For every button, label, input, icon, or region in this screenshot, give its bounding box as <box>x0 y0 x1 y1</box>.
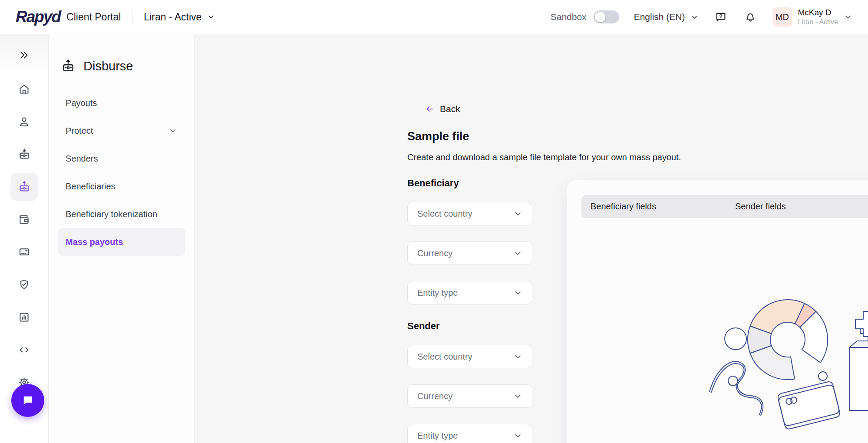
empty-state-illustration <box>696 288 868 436</box>
help-icon: ? <box>714 10 727 23</box>
chevron-down-icon <box>513 352 522 361</box>
rail-item-developers[interactable] <box>10 336 38 364</box>
select-placeholder: Entity type <box>417 431 458 441</box>
sidebar-item-beneficiary-tokenization[interactable]: Beneficiary tokenization <box>58 200 185 228</box>
sidebar-item-label: Beneficiaries <box>66 182 116 192</box>
header-divider <box>132 10 132 24</box>
chat-icon <box>20 393 35 408</box>
bar-chart-icon <box>18 311 30 324</box>
select-placeholder: Select country <box>417 209 472 219</box>
sandbox-control: Sandbox <box>551 10 619 23</box>
language-label: English (EN) <box>634 12 685 22</box>
arrow-left-icon <box>425 104 434 114</box>
disburse-sidebar: Disburse Payouts Protect Senders Benefic… <box>49 34 195 443</box>
expand-sidebar-button[interactable] <box>10 41 38 69</box>
svg-text:?: ? <box>719 13 723 20</box>
rail-item-cards[interactable] <box>10 238 38 266</box>
sidebar-title: Disburse <box>49 59 194 73</box>
column-beneficiary-fields: Beneficiary fields <box>581 202 726 212</box>
chevron-down-icon <box>513 209 522 218</box>
chevron-down-icon <box>844 13 852 21</box>
rail-item-disburse[interactable] <box>10 173 38 201</box>
rail-item-reports[interactable] <box>10 303 38 331</box>
collect-icon <box>18 148 31 161</box>
fields-panel-header: Beneficiary fields Sender fields Payout … <box>581 195 868 218</box>
chevron-down-icon <box>690 13 699 21</box>
fields-panel: Beneficiary fields Sender fields Payout … <box>567 180 868 443</box>
sender-entity-type-select[interactable]: Entity type <box>407 424 532 443</box>
sidebar-title-label: Disburse <box>83 59 133 73</box>
sidebar-item-payouts[interactable]: Payouts <box>58 89 185 117</box>
sample-file-form: Beneficiary Select country Currency Enti… <box>407 178 532 443</box>
select-placeholder: Currency <box>417 248 452 258</box>
app-root: Rapyd Client Portal Liran - Active Sandb… <box>0 0 868 443</box>
sidebar-item-mass-payouts[interactable]: Mass payouts <box>58 228 185 256</box>
sender-currency-select[interactable]: Currency <box>407 384 532 408</box>
language-selector[interactable]: English (EN) <box>634 12 699 22</box>
sidebar-menu: Payouts Protect Senders Beneficiaries Be… <box>49 89 194 256</box>
chevron-down-icon <box>207 13 215 21</box>
sidebar-item-label: Payouts <box>66 98 97 108</box>
user-menu[interactable]: MD McKay D Liran - Active <box>772 7 852 27</box>
sidebar-item-label: Beneficiary tokenization <box>66 209 157 219</box>
sidebar-item-protect[interactable]: Protect <box>58 117 185 145</box>
column-sender-fields: Sender fields <box>726 202 868 212</box>
chevron-down-icon <box>513 249 522 258</box>
sandbox-label: Sandbox <box>551 12 587 22</box>
clients-icon <box>18 116 30 128</box>
user-name: McKay D <box>798 8 838 18</box>
code-icon <box>18 344 30 356</box>
rail-item-wallet[interactable] <box>10 205 38 233</box>
main-content: Back Sample file Create and download a s… <box>195 34 868 443</box>
sidebar-item-beneficiaries[interactable]: Beneficiaries <box>58 172 185 200</box>
chevron-down-icon <box>513 431 522 440</box>
cards-icon <box>18 245 31 258</box>
sidebar-item-label: Mass payouts <box>66 237 123 247</box>
beneficiary-currency-select[interactable]: Currency <box>407 241 532 265</box>
notifications-button[interactable] <box>743 10 758 24</box>
sidebar-item-label: Protect <box>66 126 93 136</box>
back-button[interactable]: Back <box>425 104 460 114</box>
sidebar-item-senders[interactable]: Senders <box>58 145 185 172</box>
rail-item-compliance[interactable] <box>10 271 38 298</box>
section-heading-beneficiary: Beneficiary <box>407 178 532 189</box>
rapyd-logo: Rapyd <box>16 8 60 26</box>
section-heading-sender: Sender <box>407 321 532 332</box>
double-chevron-right-icon <box>19 50 30 61</box>
chevron-down-icon <box>513 392 522 401</box>
chat-button[interactable] <box>11 384 44 417</box>
org-selector[interactable]: Liran - Active <box>144 11 215 23</box>
sidebar-item-label: Senders <box>66 154 98 164</box>
rail-item-home[interactable] <box>10 75 38 103</box>
wallet-icon <box>18 213 30 226</box>
toggle-knob <box>595 12 605 22</box>
help-button[interactable]: ? <box>713 10 728 24</box>
empty-state: Add the fields you want to your sample f… <box>567 288 868 443</box>
sandbox-toggle[interactable] <box>594 10 619 23</box>
disburse-icon <box>61 59 76 73</box>
beneficiary-entity-type-select[interactable]: Entity type <box>407 281 532 304</box>
avatar: MD <box>772 7 792 27</box>
rail-item-collect[interactable] <box>10 140 38 168</box>
select-placeholder: Select country <box>417 352 472 362</box>
page-title: Sample file <box>407 130 469 143</box>
chevron-down-icon <box>513 288 522 298</box>
top-header: Rapyd Client Portal Liran - Active Sandb… <box>0 0 868 34</box>
chevron-down-icon <box>168 126 177 135</box>
beneficiary-country-select[interactable]: Select country <box>407 202 532 225</box>
icon-rail <box>0 34 49 443</box>
org-selector-label: Liran - Active <box>144 11 201 23</box>
select-placeholder: Currency <box>417 391 452 401</box>
shield-check-icon <box>18 278 30 291</box>
page-description: Create and download a sample file templa… <box>407 152 681 162</box>
rail-item-clients[interactable] <box>10 108 38 136</box>
user-org: Liran - Active <box>798 18 838 26</box>
disburse-icon <box>18 180 31 193</box>
product-name: Client Portal <box>66 11 121 23</box>
bell-icon <box>744 10 757 23</box>
select-placeholder: Entity type <box>417 288 458 298</box>
back-label: Back <box>440 104 460 114</box>
sender-country-select[interactable]: Select country <box>407 345 532 368</box>
home-icon <box>18 83 30 96</box>
